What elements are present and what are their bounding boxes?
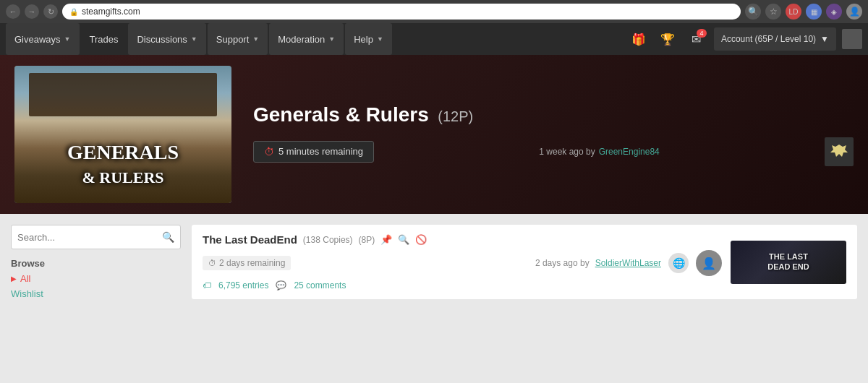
- nav-trades[interactable]: Trades: [81, 23, 127, 55]
- search-input[interactable]: [17, 232, 158, 243]
- moderation-caret: ▼: [328, 35, 335, 43]
- extension-icon-3[interactable]: ◈: [826, 4, 842, 20]
- nav-support[interactable]: Support ▼: [208, 23, 268, 55]
- giveaway-meta-row: ⏱ 2 days remaining 2 days ago by Soldier…: [203, 250, 722, 276]
- game-cover-title: GENERALS & RULERS: [14, 140, 231, 189]
- comments-link[interactable]: 25 comments: [294, 280, 346, 291]
- messages-icon-btn[interactable]: ✉ 4: [685, 27, 708, 51]
- globe-icon[interactable]: 🌐: [668, 253, 689, 273]
- search-submit-button[interactable]: 🔍: [162, 231, 174, 243]
- time-remaining-text: 5 minutes remaining: [278, 146, 363, 157]
- navigation-bar: Giveaways ▼ Trades Discussions ▼ Support…: [0, 23, 868, 55]
- forward-button[interactable]: →: [25, 4, 39, 19]
- browser-chrome: ← → ↻ 🔒 steamgifts.com 🔍 ☆ LD ▦ ◈ 👤: [0, 0, 868, 23]
- giveaways-caret: ▼: [64, 35, 71, 43]
- hide-icon[interactable]: 🚫: [415, 234, 427, 245]
- game-thumb-text: THE LAST DEAD END: [731, 241, 846, 284]
- game-cover-image: GENERALS & RULERS: [14, 66, 231, 203]
- search-game-icon[interactable]: 🔍: [398, 234, 409, 245]
- gift-icon-btn[interactable]: 🎁: [627, 27, 650, 51]
- small-clock-icon: ⏱: [208, 259, 216, 267]
- browse-section: Browse ▶ All Wishlist: [11, 258, 181, 300]
- giveaway-title-row: The Last DeadEnd (138 Copies) (8P) 📌 🔍 🚫: [203, 233, 722, 246]
- giveaway-copies: (138 Copies): [303, 235, 353, 245]
- account-caret: ▼: [820, 34, 829, 44]
- poster-link[interactable]: GreenEngine84: [599, 147, 660, 157]
- hero-meta: 1 week ago by GreenEngine84: [539, 147, 659, 157]
- nav-moderation[interactable]: Moderation ▼: [269, 23, 344, 55]
- time-remaining-badge: ⏱ 5 minutes remaining: [253, 141, 374, 163]
- main-content-area: 🔍 Browse ▶ All Wishlist The Last DeadEnd…: [0, 214, 868, 383]
- pin-icon[interactable]: 📌: [380, 234, 392, 245]
- giveaway-poster-link[interactable]: SoldierWithLaser: [595, 258, 661, 268]
- wishlist-link[interactable]: Wishlist: [11, 288, 43, 299]
- game-thumbnail: THE LAST DEAD END: [731, 241, 846, 284]
- star-icon[interactable]: ☆: [765, 4, 781, 20]
- profile-icon[interactable]: 👤: [846, 4, 862, 20]
- hero-game-title: Generals & Rulers: [253, 103, 429, 126]
- extension-icon-1[interactable]: LD: [786, 4, 801, 20]
- help-caret: ▼: [377, 35, 383, 43]
- tag-icon: 🏷: [203, 280, 211, 291]
- nav-right-area: 🎁 🏆 ✉ 4 Account (65P / Level 10) ▼: [627, 27, 862, 51]
- entries-comments-row: 🏷 6,795 entries 💬 25 comments: [203, 280, 722, 291]
- giveaway-points: (8P): [359, 235, 375, 245]
- refresh-button[interactable]: ↻: [43, 4, 58, 19]
- sidebar: 🔍 Browse ▶ All Wishlist: [11, 225, 192, 372]
- nav-help[interactable]: Help ▼: [345, 23, 392, 55]
- url-bar[interactable]: 🔒 steamgifts.com: [62, 4, 741, 20]
- giveaway-time: ⏱ 2 days remaining: [203, 256, 291, 270]
- browse-label: Browse: [11, 258, 181, 269]
- arrow-icon: ▶: [11, 275, 17, 283]
- hero-info-panel: Generals & Rulers (12P) ⏱ 5 minutes rema…: [253, 103, 854, 166]
- account-button[interactable]: Account (65P / Level 10) ▼: [714, 27, 836, 51]
- search-browser-icon[interactable]: 🔍: [745, 4, 761, 20]
- hero-title-row: Generals & Rulers (12P): [253, 103, 854, 126]
- hero-section: GENERALS & RULERS Generals & Rulers (12P…: [0, 55, 868, 214]
- discussions-caret: ▼: [191, 35, 197, 43]
- url-text: steamgifts.com: [82, 7, 140, 17]
- hero-points: (12P): [438, 108, 473, 124]
- poster-avatar: [825, 137, 854, 166]
- extension-icon-2[interactable]: ▦: [806, 4, 822, 20]
- hero-time-row: ⏱ 5 minutes remaining 1 week ago by Gree…: [253, 137, 854, 166]
- comment-bubble-icon: 💬: [276, 280, 286, 291]
- giveaway-right-meta: 2 days ago by SoldierWithLaser: [535, 258, 661, 268]
- giveaway-card: The Last DeadEnd (138 Copies) (8P) 📌 🔍 🚫…: [192, 225, 857, 299]
- browse-all-link[interactable]: ▶ All: [11, 273, 181, 284]
- nav-discussions[interactable]: Discussions ▼: [128, 23, 205, 55]
- giveaway-info: The Last DeadEnd (138 Copies) (8P) 📌 🔍 🚫…: [203, 233, 722, 291]
- user-avatar[interactable]: [842, 29, 862, 49]
- back-button[interactable]: ←: [6, 4, 20, 19]
- giveaway-user-avatar: 👤: [696, 250, 722, 276]
- notification-badge: 4: [697, 29, 707, 38]
- support-caret: ▼: [252, 35, 259, 43]
- clock-icon: ⏱: [264, 146, 274, 158]
- giveaway-name[interactable]: The Last DeadEnd: [203, 233, 297, 246]
- lock-icon: 🔒: [69, 8, 78, 16]
- giveaway-list: The Last DeadEnd (138 Copies) (8P) 📌 🔍 🚫…: [192, 225, 857, 372]
- browser-right-icons: 🔍 ☆ LD ▦ ◈ 👤: [745, 4, 862, 20]
- trophy-icon-btn[interactable]: 🏆: [656, 27, 679, 51]
- entries-link[interactable]: 6,795 entries: [218, 280, 268, 291]
- nav-giveaways[interactable]: Giveaways ▼: [6, 23, 80, 55]
- search-box[interactable]: 🔍: [11, 225, 181, 249]
